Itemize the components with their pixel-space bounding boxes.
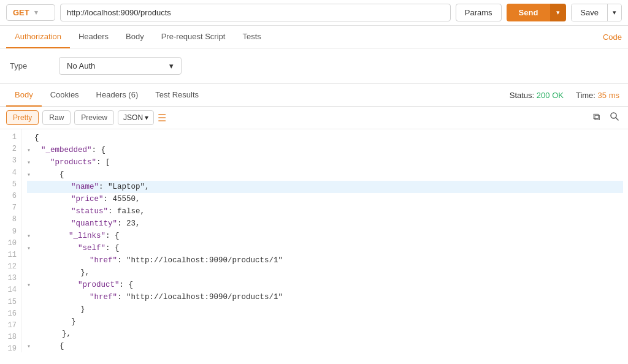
- resp-tab-body[interactable]: Body: [6, 84, 42, 107]
- fold-arrow-icon[interactable]: ▾: [27, 147, 31, 154]
- top-bar: GET ▾ Params Send ▾ Save ▾: [0, 0, 628, 26]
- code-line: }: [27, 303, 623, 316]
- code-line: },: [27, 328, 623, 340]
- code-line: }: [27, 316, 623, 328]
- auth-type-label: Type: [10, 61, 59, 70]
- body-toolbar: Pretty Raw Preview JSON ▾ ☰ ⧉: [0, 107, 628, 129]
- response-status-bar: Status: 200 OK Time: 35 ms: [510, 91, 622, 100]
- code-line: "status": false,: [27, 205, 623, 218]
- fold-arrow-icon[interactable]: ▾: [27, 159, 31, 166]
- filter-icon[interactable]: ☰: [158, 112, 166, 124]
- code-line: "href": "http://localhost:9090/products/…: [27, 254, 623, 267]
- send-dropdown-button[interactable]: ▾: [550, 4, 566, 21]
- auth-row: Type No Auth ▾: [0, 48, 628, 84]
- code-line: "href": "http://localhost:9090/products/…: [27, 291, 623, 303]
- send-group: Send ▾: [507, 4, 567, 21]
- code-line: ▾ {: [27, 340, 623, 352]
- code-line: ▾ "products": [: [27, 156, 623, 169]
- raw-button[interactable]: Raw: [42, 110, 71, 125]
- response-tabs-bar: Body Cookies Headers (6) Test Results St…: [0, 84, 628, 107]
- params-button[interactable]: Params: [456, 4, 502, 21]
- preview-button[interactable]: Preview: [74, 110, 114, 125]
- resp-tab-cookies[interactable]: Cookies: [42, 84, 88, 107]
- code-link[interactable]: Code: [603, 26, 622, 48]
- pretty-button[interactable]: Pretty: [6, 110, 39, 125]
- fold-arrow-icon[interactable]: ▾: [27, 282, 31, 289]
- fold-arrow-icon[interactable]: ▾: [27, 172, 31, 178]
- resp-tab-test-results[interactable]: Test Results: [147, 84, 207, 107]
- request-tabs: Authorization Headers Body Pre-request S…: [0, 26, 628, 48]
- resp-tab-headers[interactable]: Headers (6): [88, 84, 147, 107]
- save-dropdown-button[interactable]: ▾: [607, 4, 621, 21]
- search-icon[interactable]: [607, 110, 622, 125]
- code-line: ▾ "product": {: [27, 279, 623, 291]
- status-label: Status: 200 OK: [510, 91, 564, 100]
- status-value: 200 OK: [537, 91, 564, 100]
- code-line: ▾ "self": {: [27, 242, 623, 254]
- time-value: 35 ms: [598, 91, 619, 100]
- save-button[interactable]: Save: [572, 4, 607, 21]
- fold-arrow-icon[interactable]: ▾: [27, 343, 31, 350]
- svg-line-1: [616, 118, 618, 120]
- tab-pre-request-script[interactable]: Pre-request Script: [153, 26, 234, 48]
- code-line: },: [27, 267, 623, 279]
- json-format-label: JSON: [123, 113, 143, 122]
- code-line: "name": "Laptop",: [27, 181, 623, 193]
- code-line: ▾ "_embedded": {: [27, 144, 623, 156]
- tab-body[interactable]: Body: [117, 26, 153, 48]
- send-button[interactable]: Send: [507, 4, 551, 21]
- code-line: "quantity": 23,: [27, 218, 623, 230]
- time-label: Time: 35 ms: [576, 91, 619, 100]
- code-line: ▾ "_links": {: [27, 230, 623, 242]
- tab-tests[interactable]: Tests: [234, 26, 269, 48]
- code-line: "price": 45550,: [27, 193, 623, 205]
- copy-icon[interactable]: ⧉: [591, 110, 602, 125]
- method-selector[interactable]: GET ▾: [6, 4, 55, 21]
- tab-authorization[interactable]: Authorization: [6, 26, 70, 48]
- toolbar-right: ⧉: [591, 110, 622, 125]
- save-group: Save ▾: [571, 4, 622, 21]
- code-line: ▾ {: [27, 169, 623, 181]
- line-numbers: 1234567891011121314151617181920212223242…: [0, 129, 22, 352]
- method-label: GET: [13, 8, 29, 17]
- auth-type-chevron-icon: ▾: [169, 61, 174, 70]
- code-container: 1234567891011121314151617181920212223242…: [0, 129, 628, 352]
- fold-arrow-icon[interactable]: ▾: [27, 245, 31, 252]
- json-format-chevron-icon: ▾: [145, 113, 148, 122]
- method-chevron-icon: ▾: [34, 9, 38, 17]
- code-line: {: [27, 132, 623, 144]
- json-format-selector[interactable]: JSON ▾: [118, 110, 154, 125]
- auth-type-value: No Auth: [67, 61, 95, 70]
- fold-arrow-icon[interactable]: ▾: [27, 233, 31, 240]
- auth-type-select[interactable]: No Auth ▾: [59, 57, 182, 75]
- url-input[interactable]: [60, 4, 451, 21]
- tab-headers[interactable]: Headers: [70, 26, 117, 48]
- code-content: {▾ "_embedded": {▾ "products": [▾ { "nam…: [22, 129, 628, 352]
